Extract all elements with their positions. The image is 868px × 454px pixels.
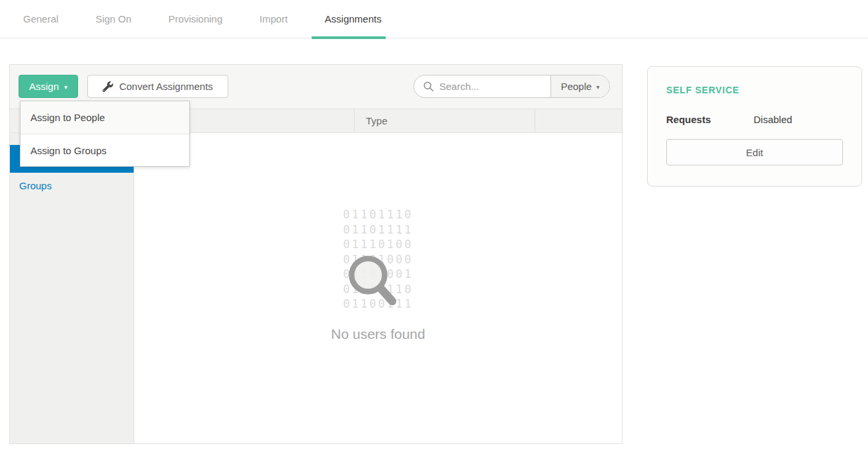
convert-assignments-label: Convert Assignments — [119, 81, 213, 92]
tab-general[interactable]: General — [22, 0, 60, 38]
tab-import[interactable]: Import — [258, 0, 289, 38]
requests-value: Disabled — [754, 114, 792, 125]
binary-line: 01101110 — [343, 207, 413, 222]
search-pill: People ▾ — [413, 75, 610, 98]
menu-item-assign-to-groups[interactable]: Assign to Groups — [21, 134, 189, 166]
search-icon — [423, 81, 434, 92]
search-field-area — [414, 75, 550, 97]
tab-sign-on[interactable]: Sign On — [94, 0, 132, 38]
tab-label: Import — [259, 13, 288, 24]
edit-button[interactable]: Edit — [666, 139, 843, 165]
assign-dropdown-menu: Assign to People Assign to Groups — [20, 101, 190, 167]
convert-assignments-button[interactable]: Convert Assignments — [87, 75, 228, 98]
caret-down-icon: ▾ — [596, 84, 599, 91]
tab-provisioning[interactable]: Provisioning — [167, 0, 224, 38]
column-header-actions — [535, 109, 622, 132]
menu-item-assign-to-people[interactable]: Assign to People — [21, 101, 189, 134]
requests-row: Requests Disabled — [666, 114, 843, 125]
wrench-icon — [103, 81, 113, 92]
sidebar-item-groups[interactable]: Groups — [10, 173, 134, 199]
search-scope-dropdown[interactable]: People ▾ — [550, 75, 609, 97]
assign-button[interactable]: Assign ▾ — [19, 75, 78, 98]
tab-label: Assignments — [325, 13, 382, 24]
caret-down-icon: ▾ — [64, 84, 67, 91]
tab-label: Provisioning — [169, 13, 223, 24]
binary-line: 01101111 — [343, 222, 413, 238]
search-scope-label: People — [561, 81, 592, 92]
empty-state-message: No users found — [331, 326, 425, 342]
empty-state-art: 01101110 01101111 01110100 01101000 0110… — [343, 207, 413, 312]
self-service-panel: SELF SERVICE Requests Disabled Edit — [647, 66, 862, 187]
filter-sidebar: People Groups — [10, 133, 134, 443]
tab-label: General — [23, 13, 58, 24]
requests-label: Requests — [666, 114, 754, 125]
table-empty-area: 01101110 01101111 01110100 01101000 0110… — [134, 133, 622, 443]
search-input[interactable] — [439, 81, 545, 92]
magnifier-icon — [339, 248, 408, 320]
sidebar-item-label: Groups — [19, 180, 52, 191]
menu-item-label: Assign to People — [30, 112, 105, 123]
menu-item-label: Assign to Groups — [30, 145, 107, 156]
tab-label: Sign On — [95, 13, 131, 24]
assign-button-label: Assign — [29, 81, 59, 92]
tab-assignments[interactable]: Assignments — [324, 0, 383, 38]
self-service-title: SELF SERVICE — [666, 85, 843, 95]
column-header-type: Type — [354, 109, 535, 132]
app-tabbar: General Sign On Provisioning Import Assi… — [0, 0, 868, 38]
